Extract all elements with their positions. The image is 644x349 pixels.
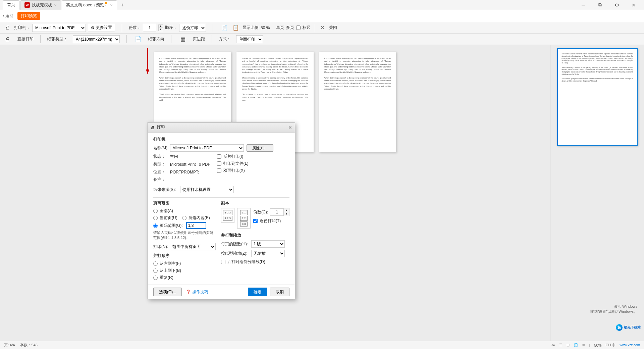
- back-button[interactable]: ‹ 返回: [3, 13, 13, 19]
- multi-page-icon[interactable]: 📋: [231, 23, 240, 33]
- copies-spinner: ▲ ▼: [158, 24, 163, 31]
- confirm-button[interactable]: 确定: [248, 288, 267, 296]
- page-range-radio[interactable]: [153, 223, 158, 228]
- view-icon-5[interactable]: ✏: [582, 343, 585, 347]
- direct-print-icon[interactable]: 🖨: [3, 23, 12, 33]
- restore-button[interactable]: ⧉: [592, 0, 608, 10]
- copies-down[interactable]: ▼: [158, 28, 163, 31]
- settings-button[interactable]: ⚙: [609, 0, 625, 10]
- copies-dialog-input[interactable]: [270, 208, 283, 216]
- tab-modified-dot: [105, 2, 107, 4]
- top-bottom-radio[interactable]: [153, 268, 158, 273]
- paper-source-select[interactable]: 使用打印机设置: [180, 186, 234, 193]
- copies-spinner-btns: ▲ ▼: [283, 208, 289, 216]
- collate-checkbox-row: 逐份打印(T): [253, 218, 289, 224]
- toolbar-divider1: [122, 24, 122, 32]
- printer-section-title: 打印机: [153, 137, 289, 142]
- page-range-label: 页码范围(G):: [160, 223, 183, 229]
- dialog-body: 打印机 名称(M): Microsoft Print to PDF 属性(P).…: [148, 133, 295, 285]
- dialog-titlebar: 🖨 打印 ✕: [148, 122, 295, 133]
- ruler-checkbox[interactable]: [296, 26, 301, 30]
- direct-print-btn[interactable]: 🖨: [3, 35, 12, 44]
- type-value: Microsoft Print To PDF: [170, 162, 210, 167]
- thumbnail-page: It is not the Chinese mainland, but the …: [557, 48, 638, 146]
- page-margin-icon[interactable]: ▦: [178, 35, 187, 44]
- titlebar: 首页 W 找板壳模板 ✕ 英文文稿.docx（预览） ✕ + ─ ⧉ ⚙ ✕: [0, 0, 644, 10]
- printer-select[interactable]: Microsoft Print to PDF: [32, 24, 86, 32]
- status-label: 状态：: [153, 154, 170, 159]
- print-to-file-checkbox[interactable]: [217, 161, 221, 166]
- all-pages-radio[interactable]: [153, 209, 158, 213]
- tab-doc[interactable]: 英文文稿.docx（预览） ✕: [62, 0, 117, 10]
- copies-count-row: 份数(C): ▲ ▼: [253, 208, 289, 216]
- copies-count-label: 份数(C):: [253, 209, 270, 215]
- close-button[interactable]: ✕: [626, 0, 641, 10]
- single-page-icon[interactable]: 📄: [220, 23, 229, 33]
- printer-name-row: 名称(M): Microsoft Print to PDF 属性(P)...: [153, 144, 289, 152]
- display-ratio-value: 50 %: [261, 26, 274, 30]
- help-label: 操作技巧: [192, 289, 208, 295]
- print-preview-button[interactable]: 打印预览: [17, 12, 40, 20]
- copies-spin-up[interactable]: ▲: [284, 208, 289, 212]
- tab-home-label: 首页: [7, 2, 15, 8]
- reverse-print-row: 反片打印(I): [217, 154, 257, 159]
- site-icon: 极: [616, 324, 623, 331]
- repeat-radio[interactable]: [153, 276, 158, 280]
- main-content: It is not the Chinese mainland, but the …: [0, 45, 644, 341]
- view-group: 📄 📋 显示比例 50 % 单页 多页 标尺 ✕ 关闭: [220, 23, 337, 33]
- collate-icon-group2: 1 1 2 2 3 3: [237, 208, 251, 229]
- paper-direction-icon[interactable]: 📄: [133, 35, 143, 44]
- printer-group: 🖨 打印机： Microsoft Print to PDF ⚙ 更多设置: [3, 23, 115, 33]
- copies-spin-down[interactable]: ▼: [284, 212, 289, 216]
- page-range-input[interactable]: [186, 222, 206, 229]
- current-page-radio[interactable]: [153, 216, 158, 220]
- dialog-two-col: 页码范围 全部(A) 当前页(U) 所选内容(E): [153, 200, 289, 281]
- doc-page-3-text: It is not the Chinese mainland, but the …: [324, 57, 391, 90]
- dialog-footer: 选项(O)... ❓ 操作技巧 确定 取消: [148, 285, 295, 299]
- printer-name-select[interactable]: Microsoft Print to PDF: [170, 144, 244, 152]
- tab-templates-close[interactable]: ✕: [54, 3, 57, 7]
- left-right-radio[interactable]: [153, 261, 158, 266]
- site-link[interactable]: www.xzz.com: [620, 343, 640, 347]
- pages-per-sheet-select[interactable]: 1 版: [251, 240, 285, 248]
- close-preview-icon[interactable]: ✕: [318, 23, 327, 33]
- cancel-button[interactable]: 取消: [270, 288, 289, 296]
- gear-icon: ⚙: [91, 26, 95, 30]
- copies-spinner-group: ▲ ▼: [270, 208, 289, 216]
- dialog-close-button[interactable]: ✕: [288, 125, 292, 130]
- options-button[interactable]: 选项(O)...: [153, 288, 182, 296]
- collate-icon-2: 1 2 3: [223, 216, 232, 221]
- more-settings-button[interactable]: ⚙ 更多设置: [88, 24, 115, 32]
- method-select[interactable]: 单面打印: [236, 35, 263, 43]
- view-icon-4[interactable]: 🌐: [574, 343, 578, 347]
- print-select[interactable]: 范围中所有页面: [171, 243, 216, 250]
- copies-group: 份数： ▲ ▼ 顺序： 逐份打印: [129, 24, 206, 32]
- printer-comment-row: 备注：: [153, 177, 210, 183]
- copies-up[interactable]: ▲: [158, 24, 163, 28]
- reverse-print-checkbox[interactable]: [217, 154, 221, 159]
- printer-label: 打印机：: [14, 25, 30, 31]
- paper-type-select[interactable]: A4(210mmx297mm): [73, 35, 120, 43]
- order-label: 顺序：: [165, 25, 177, 31]
- properties-button[interactable]: 属性(P)...: [247, 144, 273, 152]
- selected-content-label: 所选内容(E): [189, 215, 210, 221]
- view-icon-1[interactable]: 👁: [551, 343, 555, 347]
- add-tab-button[interactable]: +: [118, 0, 127, 10]
- minimize-button[interactable]: ─: [576, 0, 591, 10]
- scale-select[interactable]: 无缩放: [251, 250, 285, 257]
- tab-home[interactable]: 首页: [3, 0, 19, 10]
- all-pages-label: 全部(A): [160, 208, 173, 214]
- copies-input[interactable]: [143, 24, 156, 32]
- collate-checkbox[interactable]: [253, 219, 258, 223]
- tab-templates[interactable]: W 找板壳模板 ✕: [20, 0, 61, 10]
- view-icon-2[interactable]: ☰: [559, 343, 562, 347]
- help-link[interactable]: ❓ 操作技巧: [186, 289, 208, 295]
- order-select[interactable]: 逐份打印: [179, 24, 206, 32]
- view-icon-3[interactable]: ⊞: [567, 343, 570, 347]
- selected-content-radio[interactable]: [182, 216, 186, 220]
- separator-checkbox[interactable]: [221, 260, 225, 264]
- single-page-label: 单页: [276, 25, 284, 31]
- tab-doc-close[interactable]: ✕: [110, 3, 113, 7]
- collate-radios: 从左到右(F) 从上到下(B) 重复(R): [153, 261, 216, 281]
- duplex-checkbox[interactable]: [217, 168, 221, 173]
